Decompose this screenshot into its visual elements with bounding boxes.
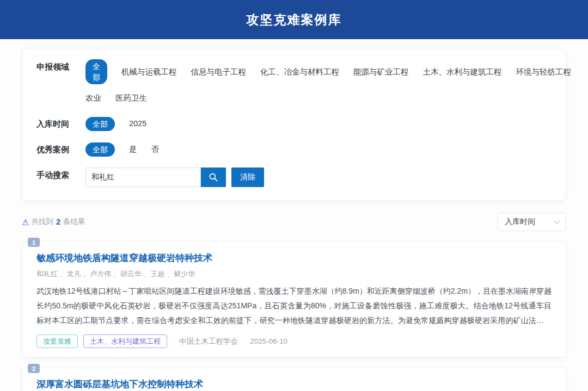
count-number: 2 — [56, 218, 60, 226]
field-option[interactable]: 能源与矿业工程 — [353, 65, 409, 79]
search-button[interactable] — [201, 167, 226, 187]
field-option-all[interactable]: 全部 — [85, 59, 107, 84]
field-option[interactable]: 机械与运载工程 — [121, 65, 177, 79]
field-option[interactable]: 信息与电子工程 — [191, 65, 247, 79]
result-date: 2025-06-10 — [250, 337, 287, 345]
time-filter-options: 全部 2025 — [85, 116, 146, 131]
search-label: 手动搜索 — [36, 167, 79, 182]
result-authors: 和礼红 、龙凡 、卢方伟 、胡云华 、王超 、鲜少华 — [36, 269, 552, 279]
field-filter-options: 全部 机械与运载工程 信息与电子工程 化工、冶金与材料工程 能源与矿业工程 土木… — [85, 59, 571, 105]
field-option[interactable]: 医药卫生 — [115, 91, 147, 105]
result-card: 2 深厚富水圆砾层基坑地下水控制特种技术 和礼红 、胡云华 、刘堰陵 、郑盘石 … — [22, 367, 566, 391]
filter-row-excellent: 优秀案例 全部 是 否 — [36, 142, 552, 157]
search-input[interactable] — [85, 167, 201, 187]
filter-panel: 申报领域 全部 机械与运载工程 信息与电子工程 化工、冶金与材料工程 能源与矿业… — [22, 48, 566, 201]
time-option[interactable]: 2025 — [129, 116, 146, 131]
excellent-option-yes[interactable]: 是 — [129, 142, 137, 157]
warning-icon: ⚠ — [22, 218, 29, 226]
excellent-option-all[interactable]: 全部 — [85, 142, 115, 157]
field-option[interactable]: 土木、水利与建筑工程 — [423, 65, 502, 79]
result-title[interactable]: 深厚富水圆砾层基坑地下水控制特种技术 — [36, 378, 552, 390]
filter-row-time: 入库时间 全部 2025 — [36, 116, 552, 131]
results-count: ⚠ 共找到 2 条结果 — [22, 217, 85, 227]
field-option[interactable]: 化工、冶金与材料工程 — [260, 65, 339, 79]
search-icon — [208, 172, 219, 183]
sort-value: 入库时间 — [505, 217, 535, 227]
result-description: 武汉地铁12号线港口村站～丁家咀站区间隧道工程建设环境敏感，需浅覆土下穿墨水湖（… — [36, 284, 552, 328]
excellent-filter-label: 优秀案例 — [36, 142, 79, 157]
result-title[interactable]: 敏感环境地铁盾构隧道穿越极硬岩特种技术 — [36, 252, 552, 264]
result-index-badge: 2 — [28, 364, 40, 373]
main-content: 申报领域 全部 机械与运载工程 信息与电子工程 化工、冶金与材料工程 能源与矿业… — [0, 39, 588, 391]
clear-button[interactable]: 清除 — [231, 167, 264, 187]
result-card: 1 敏感环境地铁盾构隧道穿越极硬岩特种技术 和礼红 、龙凡 、卢方伟 、胡云华 … — [22, 241, 566, 357]
result-index-badge: 1 — [28, 238, 40, 247]
time-filter-label: 入库时间 — [36, 116, 79, 131]
page-title: 攻坚克难案例库 — [247, 11, 342, 28]
tag-field: 土木、水利与建筑工程 — [83, 334, 167, 348]
results-bar: ⚠ 共找到 2 条结果 入库时间 — [22, 213, 566, 231]
filter-row-search: 手动搜索 清除 — [36, 167, 552, 187]
excellent-filter-options: 全部 是 否 — [85, 142, 159, 157]
result-source: 中国土木工程学会 — [179, 337, 238, 346]
count-prefix: 共找到 — [31, 217, 53, 227]
app-header: 攻坚克难案例库 — [0, 0, 588, 39]
tag-case-type: 攻坚克难 — [36, 334, 78, 348]
result-meta: 攻坚克难 土木、水利与建筑工程 中国土木工程学会 2025-06-10 — [36, 334, 552, 348]
field-option[interactable]: 环境与轻纺工程 — [516, 65, 572, 79]
chevron-down-icon — [554, 218, 560, 224]
excellent-option-no[interactable]: 否 — [151, 142, 160, 157]
count-suffix: 条结果 — [63, 217, 85, 227]
field-option[interactable]: 农业 — [85, 91, 101, 105]
field-filter-label: 申报领域 — [36, 59, 79, 74]
time-option-all[interactable]: 全部 — [85, 117, 115, 131]
filter-row-field: 申报领域 全部 机械与运载工程 信息与电子工程 化工、冶金与材料工程 能源与矿业… — [36, 59, 552, 105]
sort-dropdown[interactable]: 入库时间 — [498, 213, 566, 231]
